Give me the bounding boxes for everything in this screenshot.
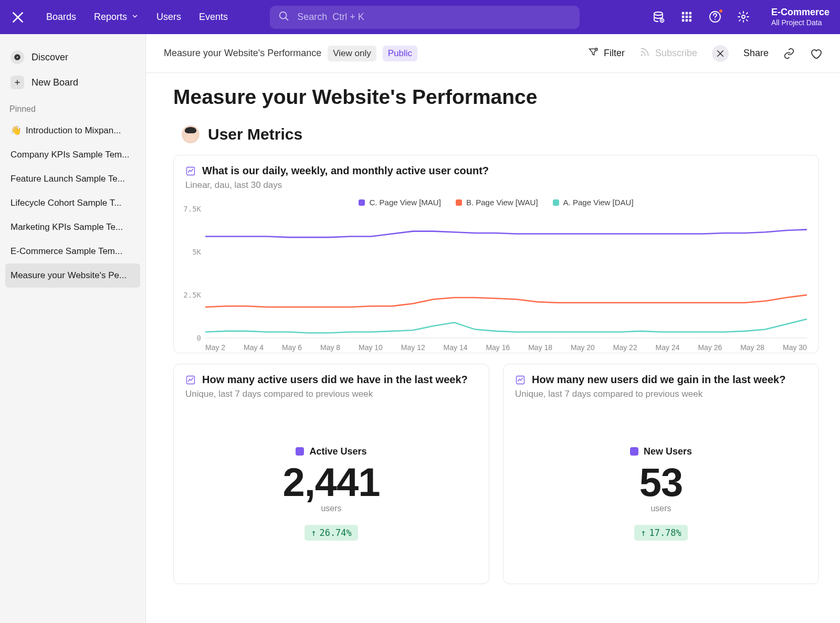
search-bar[interactable]	[270, 6, 580, 29]
help-icon[interactable]	[708, 10, 722, 24]
chart-subtitle: Linear, dau, last 30 days	[185, 180, 807, 191]
stat-value: 2,441	[282, 459, 380, 505]
subscribe-button[interactable]: Subscribe	[639, 47, 697, 60]
heart-icon[interactable]	[810, 47, 822, 60]
legend-dau[interactable]: A. Page View [DAU]	[553, 198, 634, 207]
legend-dau-label: A. Page View [DAU]	[563, 198, 634, 207]
y-tick-label: 7.5K	[183, 205, 201, 213]
svg-rect-8	[689, 16, 692, 18]
workspace-switcher[interactable]: E-Commerce All Project Data	[771, 7, 830, 27]
stat-body: Active Users 2,441 users ↑26.74%	[174, 403, 489, 584]
search-icon	[278, 10, 290, 24]
workspace-name: E-Commerce	[771, 7, 830, 18]
pinned-item-label: Introduction to Mixpan...	[26, 125, 121, 136]
legend-wau-label: B. Page View [WAU]	[466, 198, 538, 207]
x-tick-label: May 30	[783, 343, 807, 352]
top-nav: Boards Reports Users Events E-Commerce A…	[0, 0, 840, 34]
stat-unit: users	[321, 504, 341, 513]
breadcrumb: Measure your Website's Performance	[164, 48, 321, 59]
x-tick-label: May 8	[320, 343, 340, 352]
x-tick-label: May 4	[244, 343, 264, 352]
nav-reports[interactable]: Reports	[94, 12, 139, 23]
board-content: Measure your Website's Performance User …	[173, 86, 819, 584]
active-users-stat-card[interactable]: How many active users did we have in the…	[173, 364, 489, 584]
chart-title: What is our daily, weekly, and monthly a…	[202, 165, 489, 177]
sidebar-new-board[interactable]: New Board	[5, 70, 140, 95]
stat-title: How many active users did we have in the…	[202, 374, 468, 386]
y-tick-label: 0	[197, 334, 201, 342]
arrow-up-icon: ↑	[311, 527, 316, 538]
chart-line	[205, 229, 807, 237]
board-actions: Filter Subscribe Share	[588, 45, 822, 62]
svg-rect-3	[682, 12, 685, 15]
swatch-icon	[456, 199, 462, 206]
person-emoji-icon	[182, 125, 200, 143]
view-mode-badge: View only	[328, 46, 376, 61]
legend-mau-label: C. Page View [MAU]	[369, 198, 440, 207]
x-tick-label: May 12	[401, 343, 425, 352]
compass-icon	[10, 50, 24, 64]
settings-icon[interactable]	[737, 10, 750, 24]
legend-mau[interactable]: C. Page View [MAU]	[359, 198, 440, 207]
nav-users[interactable]: Users	[156, 12, 181, 23]
sidebar-pinned-item[interactable]: E-Commerce Sample Tem...	[5, 239, 140, 263]
board-header: Measure your Website's Performance View …	[146, 34, 840, 73]
rss-icon	[639, 47, 650, 60]
svg-point-14	[742, 15, 745, 18]
sidebar-discover[interactable]: Discover	[5, 45, 140, 70]
sidebar-pinned-item[interactable]: Feature Launch Sample Te...	[5, 167, 140, 191]
sidebar-pinned-item[interactable]: Measure your Website's Pe...	[5, 263, 140, 288]
chevron-down-icon	[131, 12, 139, 23]
delta-value: 26.74%	[319, 527, 351, 538]
pinned-item-label: Marketing KPIs Sample Te...	[10, 222, 123, 233]
swatch-icon	[296, 447, 304, 456]
stat-unit: users	[650, 504, 671, 513]
data-icon[interactable]	[652, 10, 665, 24]
new-users-stat-card[interactable]: How many new users did we gain in the la…	[503, 364, 819, 584]
x-tick-label: May 6	[282, 343, 302, 352]
mixpanel-logo-icon[interactable]	[712, 45, 729, 62]
search-input[interactable]	[297, 12, 419, 23]
svg-rect-7	[686, 16, 688, 18]
link-icon[interactable]	[783, 48, 795, 59]
svg-rect-4	[686, 12, 688, 15]
stat-subtitle: Unique, last 7 days compared to previous…	[185, 389, 477, 399]
x-tick-label: May 14	[444, 343, 468, 352]
delta-value: 17.78%	[649, 527, 681, 538]
x-tick-label: May 2	[205, 343, 225, 352]
nav-events[interactable]: Events	[199, 12, 228, 23]
pinned-section-label: Pinned	[5, 95, 140, 118]
nav-boards-label: Boards	[46, 12, 76, 23]
sidebar-pinned-item[interactable]: Company KPIs Sample Tem...	[5, 143, 140, 167]
active-user-chart-card[interactable]: What is our daily, weekly, and monthly a…	[173, 155, 819, 353]
filter-button[interactable]: Filter	[588, 47, 625, 60]
topnav-tools: E-Commerce All Project Data	[652, 7, 830, 27]
pinned-item-label: Lifecycle Cohort Sample T...	[10, 198, 121, 208]
y-axis: 02.5K5K7.5K	[177, 209, 204, 338]
public-badge[interactable]: Public	[383, 46, 417, 61]
app-logo[interactable]	[10, 10, 25, 25]
x-tick-label: May 16	[486, 343, 510, 352]
board-scroll[interactable]: Measure your Website's Performance User …	[146, 73, 840, 623]
legend-wau[interactable]: B. Page View [WAU]	[456, 198, 538, 207]
stat-value: 53	[639, 459, 683, 505]
filter-label: Filter	[604, 48, 625, 59]
stat-delta: ↑17.78%	[634, 525, 688, 541]
nav-boards[interactable]: Boards	[46, 12, 76, 23]
share-button[interactable]: Share	[743, 48, 769, 59]
nav-users-label: Users	[156, 12, 181, 23]
stat-row: How many active users did we have in the…	[173, 364, 819, 584]
pinned-item-label: E-Commerce Sample Tem...	[10, 246, 122, 257]
sidebar-pinned-item[interactable]: Marketing KPIs Sample Te...	[5, 215, 140, 239]
x-tick-label: May 18	[528, 343, 552, 352]
stat-label: Active Users	[309, 446, 366, 457]
svg-point-17	[640, 54, 642, 56]
apps-icon[interactable]	[680, 10, 694, 24]
nav-reports-label: Reports	[94, 12, 127, 23]
sidebar-pinned-item[interactable]: Lifecycle Cohort Sample T...	[5, 191, 140, 215]
sidebar-pinned-item[interactable]: 👋Introduction to Mixpan...	[5, 118, 140, 143]
filter-icon	[588, 47, 598, 60]
stat-label: New Users	[644, 446, 692, 457]
section-user-metrics: User Metrics	[182, 125, 819, 143]
pinned-list: 👋Introduction to Mixpan...Company KPIs S…	[5, 118, 140, 288]
